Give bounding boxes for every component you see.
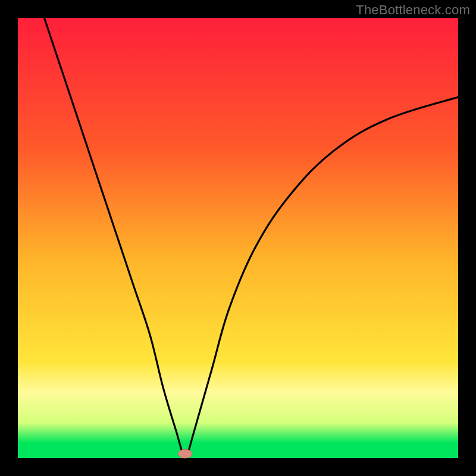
chart-frame: { "watermark": "TheBottleneck.com", "col… xyxy=(0,0,476,476)
optimal-point-marker xyxy=(178,449,192,458)
bottleneck-chart xyxy=(0,0,476,476)
plot-background xyxy=(18,18,458,458)
